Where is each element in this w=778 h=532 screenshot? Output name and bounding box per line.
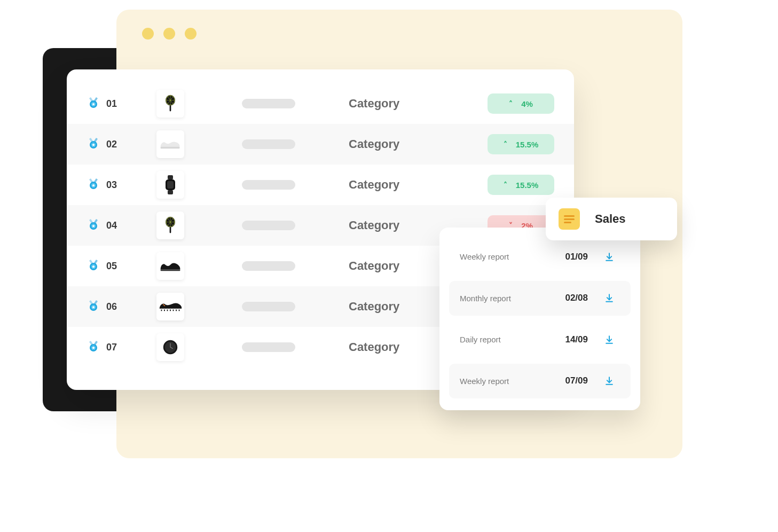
product-cell xyxy=(156,130,242,158)
delta-badge: ˄4% xyxy=(488,93,554,114)
delta-value: 15.5% xyxy=(516,181,539,190)
svg-rect-12 xyxy=(167,181,174,189)
product-cell xyxy=(156,212,242,239)
rank-number: 01 xyxy=(106,98,117,109)
report-date: 02/08 xyxy=(565,293,588,303)
report-row[interactable]: Monthly report02/08 xyxy=(449,281,631,316)
svg-rect-30 xyxy=(179,310,180,311)
chevron-up-icon: ˄ xyxy=(504,140,507,148)
product-cell xyxy=(156,333,242,361)
skeleton-bar xyxy=(242,139,295,149)
product-thumbnail[interactable] xyxy=(156,333,184,361)
window-dot xyxy=(142,28,154,40)
rank-number: 02 xyxy=(106,139,117,150)
svg-rect-24 xyxy=(161,310,162,311)
medal-icon xyxy=(87,299,100,314)
product-cell xyxy=(156,252,242,280)
delta-cell-wrap: ˄15.5% xyxy=(488,134,574,154)
product-thumbnail[interactable] xyxy=(156,252,184,280)
report-date: 01/09 xyxy=(565,252,588,262)
category-label: Category xyxy=(349,137,488,151)
report-row[interactable]: Weekly report01/09 xyxy=(449,239,631,275)
download-icon[interactable] xyxy=(599,293,620,303)
svg-rect-4 xyxy=(170,105,171,112)
rank-number: 05 xyxy=(106,261,117,272)
report-row[interactable]: Daily report14/09 xyxy=(449,322,631,357)
window-dot xyxy=(163,28,175,40)
report-name: Monthly report xyxy=(460,294,554,303)
skeleton-bar xyxy=(242,342,295,352)
rank-cell: 03 xyxy=(87,177,156,192)
product-thumbnail[interactable] xyxy=(156,293,184,320)
chevron-up-icon: ˄ xyxy=(504,181,507,189)
placeholder-cell xyxy=(242,342,349,352)
svg-rect-28 xyxy=(173,310,174,311)
product-cell xyxy=(156,90,242,118)
skeleton-bar xyxy=(242,180,295,190)
download-icon[interactable] xyxy=(599,375,620,386)
rank-number: 06 xyxy=(106,301,117,312)
report-row[interactable]: Weekly report07/09 xyxy=(449,364,631,399)
chevron-up-icon: ˄ xyxy=(509,99,513,108)
download-icon[interactable] xyxy=(599,334,620,345)
delta-badge: ˄15.5% xyxy=(488,134,554,154)
rank-cell: 07 xyxy=(87,340,156,355)
document-icon xyxy=(559,208,580,230)
placeholder-cell xyxy=(242,99,349,108)
window-dot xyxy=(185,28,197,40)
delta-badge: ˄15.5% xyxy=(488,175,554,195)
window-controls xyxy=(142,28,197,40)
medal-icon xyxy=(87,340,100,355)
svg-rect-26 xyxy=(167,310,168,311)
svg-rect-27 xyxy=(170,310,171,311)
placeholder-cell xyxy=(242,221,349,230)
rank-number: 03 xyxy=(106,179,117,191)
svg-rect-18 xyxy=(170,227,171,233)
svg-rect-25 xyxy=(164,310,165,311)
report-date: 07/09 xyxy=(565,375,588,386)
medal-icon xyxy=(87,96,100,111)
category-label: Category xyxy=(349,178,488,192)
rank-cell: 02 xyxy=(87,137,156,152)
rank-number: 04 xyxy=(106,220,117,231)
product-thumbnail[interactable] xyxy=(156,171,184,199)
download-icon[interactable] xyxy=(599,252,620,262)
report-name: Weekly report xyxy=(460,252,554,261)
delta-value: 4% xyxy=(521,99,533,108)
report-name: Weekly report xyxy=(460,377,554,386)
placeholder-cell xyxy=(242,139,349,149)
skeleton-bar xyxy=(242,302,295,311)
rank-cell: 01 xyxy=(87,96,156,111)
product-thumbnail[interactable] xyxy=(156,212,184,239)
skeleton-bar xyxy=(242,99,295,108)
category-label: Category xyxy=(349,97,488,111)
table-row[interactable]: 01Category˄4% xyxy=(67,83,574,124)
skeleton-bar xyxy=(242,221,295,230)
table-row[interactable]: 03Category˄15.5% xyxy=(67,165,574,205)
svg-rect-21 xyxy=(161,269,180,271)
placeholder-cell xyxy=(242,180,349,190)
svg-rect-29 xyxy=(176,310,177,311)
rank-cell: 06 xyxy=(87,299,156,314)
report-date: 14/09 xyxy=(565,334,588,345)
report-name: Daily report xyxy=(460,335,554,344)
delta-value: 15.5% xyxy=(516,140,539,149)
product-thumbnail[interactable] xyxy=(156,90,184,118)
medal-icon xyxy=(87,218,100,233)
product-thumbnail[interactable] xyxy=(156,130,184,158)
skeleton-bar xyxy=(242,261,295,271)
placeholder-cell xyxy=(242,261,349,271)
medal-icon xyxy=(87,177,100,192)
sales-chip[interactable]: Sales xyxy=(546,198,677,240)
sales-chip-label: Sales xyxy=(595,212,626,226)
placeholder-cell xyxy=(242,302,349,311)
svg-rect-10 xyxy=(168,175,173,179)
product-cell xyxy=(156,171,242,199)
reports-card: Weekly report01/09Monthly report02/08Dai… xyxy=(439,228,640,410)
rank-cell: 05 xyxy=(87,259,156,273)
table-row[interactable]: 02Category˄15.5% xyxy=(67,124,574,165)
product-cell xyxy=(156,293,242,320)
delta-cell-wrap: ˄15.5% xyxy=(488,175,574,195)
rank-number: 07 xyxy=(106,342,117,353)
delta-cell-wrap: ˄4% xyxy=(488,93,574,114)
